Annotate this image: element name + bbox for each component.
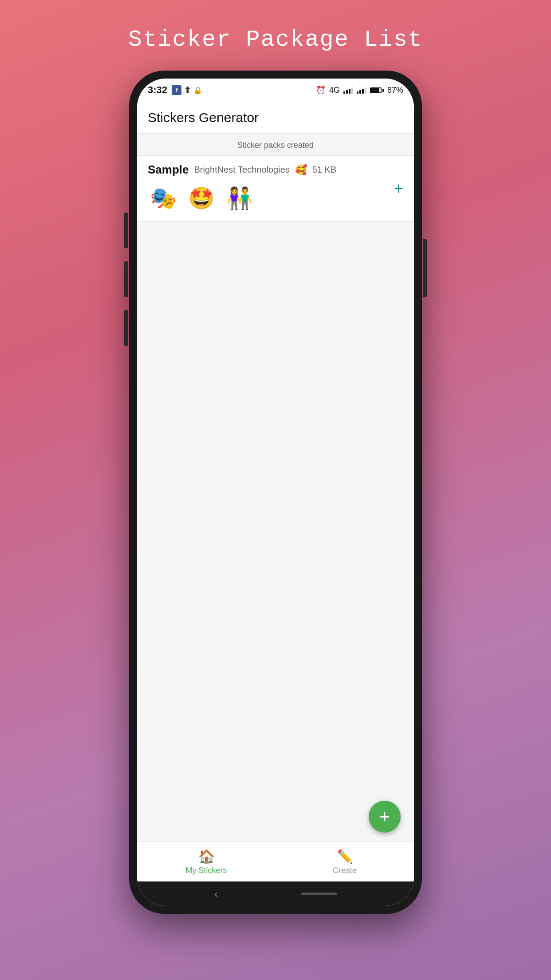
sticker-thumb-2: 🤩 [186,183,217,214]
section-header: Sticker packs created [137,134,414,156]
home-icon: 🏠 [198,849,215,864]
page-title: Sticker Package List [128,27,423,53]
pack-author: BrightNest Technologies [194,165,290,175]
battery-percent: 87% [387,86,403,95]
content-wrapper: Sticker packs created Sample BrightNest … [137,134,414,881]
sticker-pack-item[interactable]: Sample BrightNest Technologies 🥰 51 KB 🎭… [137,156,414,221]
pack-info-row: Sample BrightNest Technologies 🥰 51 KB [148,163,403,177]
signal-bars [343,87,353,94]
phone-frame: 3:32 f ⬆ 🔒 ⏰ 4G [129,71,422,914]
facebook-icon: f [172,85,181,95]
back-arrow-icon[interactable]: ‹ [214,888,218,900]
pencil-icon: ✏️ [337,849,353,864]
pack-name: Sample [148,163,189,177]
bottom-nav: 🏠 My Stickers ✏️ Create [137,842,414,881]
phone-screen: 3:32 f ⬆ 🔒 ⏰ 4G [137,79,414,906]
signal-bars-2 [357,87,366,94]
nav-label-my-stickers: My Stickers [185,866,227,875]
lock-icon: 🔒 [193,86,202,95]
status-right: ⏰ 4G 87% [316,85,403,95]
fab-add-button[interactable]: + [369,801,401,833]
home-pill [301,893,337,895]
app-header: Stickers Generator [137,102,414,134]
status-icons: f ⬆ 🔒 [172,85,202,95]
pack-size: 51 KB [312,165,336,175]
upload-icon: ⬆ [184,85,191,95]
nav-item-create[interactable]: ✏️ Create [276,849,414,875]
phone-nav-bar: ‹ [137,881,414,906]
network-label: 4G [329,86,340,95]
app-title: Stickers Generator [148,110,259,125]
add-to-whatsapp-button[interactable]: + [394,179,403,198]
sticker-thumb-1: 🎭 [148,183,179,214]
alarm-icon: ⏰ [316,85,326,95]
pack-stickers-row: 🎭 🤩 👫 [148,183,403,214]
nav-item-my-stickers[interactable]: 🏠 My Stickers [137,849,276,875]
content-area[interactable]: Sticker packs created Sample BrightNest … [137,134,414,842]
nav-label-create: Create [333,866,357,875]
status-time: 3:32 [148,84,167,96]
pack-emoji: 🥰 [295,164,307,176]
status-left: 3:32 f ⬆ 🔒 [148,84,202,96]
sticker-thumb-3: 👫 [224,183,255,214]
battery-icon [370,87,384,93]
empty-content-area [137,221,414,443]
status-bar: 3:32 f ⬆ 🔒 ⏰ 4G [137,79,414,102]
